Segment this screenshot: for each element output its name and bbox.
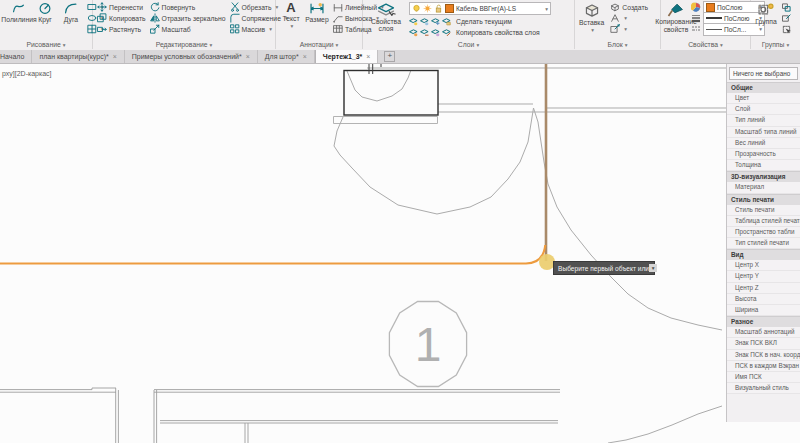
palette-property-row[interactable]: Визуальный стиль [727,383,800,394]
text-tool[interactable]: A Текст ▾ [280,2,302,29]
group-selection-toggle[interactable] [782,24,791,34]
palette-property-row[interactable]: Материал [727,182,800,193]
copy-layer-properties-button[interactable]: Копировать свойства слоя [409,27,572,37]
array-icon [230,24,240,34]
make-current-button[interactable]: Сделать текущим [409,16,572,26]
file-tab[interactable]: Примеры условных обозначений* × [125,50,258,63]
file-tab-label: Начало [0,53,24,60]
layer-walk-icon [431,28,440,37]
palette-property-row[interactable]: Тип линий [727,115,800,126]
ungroup-button[interactable] [782,2,791,12]
palette-section-header[interactable]: Общие [727,82,800,93]
create-block-button[interactable]: Создать [610,2,648,12]
palette-property-row[interactable]: Знак ПСК ВКЛ [727,338,800,349]
drawing-canvas[interactable]: 1 [0,0,800,443]
palette-property-row[interactable]: Таблица стилей печати [727,216,800,227]
palette-property-row[interactable]: Масштаб типа линий [727,127,800,138]
palette-property-row[interactable]: Вес линий [727,138,800,149]
palette-property-row[interactable]: Цвет [727,93,800,104]
tab-close-icon[interactable]: × [303,53,307,60]
palette-section-header[interactable]: 3D-визуализация [727,171,800,182]
match-properties-icon [667,2,685,17]
rotate-tool[interactable]: Повернуть [150,2,226,12]
panel-label-modify[interactable]: Редактирование▾ [93,41,275,48]
hanging-cable-curve[interactable] [334,108,722,330]
arc-icon [64,2,78,15]
panel-label-groups[interactable]: Группы▾ [751,41,800,48]
palette-section-header[interactable]: Стиль печати [727,194,800,205]
palette-property-row[interactable]: Ширина [727,305,800,316]
linetype-icon [691,24,701,34]
define-attribute-button[interactable]: ▾ [610,13,648,23]
panel-label-layers[interactable]: Слои▾ [363,41,574,48]
group-edit-button[interactable] [782,13,791,23]
block-editor-icon [610,24,620,34]
ribbon-panel-block: Вставка ▾ Создать ▾ ▾ [575,0,661,49]
circle-tool[interactable]: Круг [34,2,56,23]
palette-property-row[interactable]: Центр Y [727,271,800,282]
arc-tool[interactable]: Дуга [60,2,82,23]
ribbon-panel-properties: Копирование свойств ПоСлою ▾ [661,0,751,49]
palette-section-header[interactable]: Разное [727,316,800,327]
linetype-sample [706,29,722,30]
tab-close-icon[interactable]: × [113,53,117,60]
text-icon: A [286,2,295,14]
copy-tool[interactable]: Копировать [97,13,146,23]
block-editor-button[interactable]: ▾ [610,24,648,34]
palette-property-row[interactable]: Знак ПСК в нач. коорд [727,350,800,361]
move-tool[interactable]: Перенести [97,2,146,12]
palette-property-row[interactable]: Масштаб аннотаций [727,327,800,338]
palette-property-row[interactable]: Центр Z [727,283,800,294]
layer-properties-button[interactable]: Свойства слоя [367,2,405,32]
new-drawing-tab-button[interactable]: + [384,51,395,62]
palette-property-row[interactable]: Центр X [727,260,800,271]
ribbon-panel-groups: Группа Группы▾ [751,0,800,49]
palette-property-row[interactable]: Прозрачность [727,149,800,160]
tab-close-icon[interactable]: × [366,53,370,60]
stretch-tool[interactable]: Растянуть [97,24,146,34]
file-tab-bar: + Начало план квартиры(курс)* × Примеры … [0,50,800,64]
dimension-icon [309,2,325,15]
palette-property-row[interactable]: Пространство табли [727,227,800,238]
attribute-icon [610,13,620,23]
file-tab[interactable]: Чертеж1_3* × [315,50,379,63]
window-sill-rect[interactable] [334,117,438,124]
palette-property-row[interactable]: Высота [727,294,800,305]
file-tab[interactable]: Для штор* × [258,50,315,63]
palette-section-header[interactable]: Вид [727,249,800,260]
dimension-tool[interactable]: Размер [306,2,328,23]
insert-block-button[interactable]: Вставка ▾ [579,2,604,33]
palette-property-row[interactable]: Стиль печати [727,205,800,216]
palette-property-row[interactable]: Слой [727,104,800,115]
floor-plan-walls[interactable] [0,388,560,443]
palette-property-row[interactable]: ПСК в каждом Вэкран [727,361,800,372]
file-tab[interactable]: Начало [0,50,32,63]
layer-off-icon [409,17,418,26]
palette-property-row[interactable]: Имя ПСК [727,372,800,383]
cable-line-orange[interactable] [0,245,545,264]
group-button[interactable]: Группа [755,2,777,25]
bottom-right-curve[interactable] [608,406,722,443]
stretch-icon [97,24,107,34]
palette-property-row[interactable]: Тип стилей печати [727,238,800,249]
viewport-controls-label[interactable]: рху][2D-каркас] [2,70,52,77]
tab-close-icon[interactable]: × [246,53,250,60]
palette-property-row[interactable]: Толщина [727,160,800,171]
panel-label-annotation[interactable]: Аннотации▾ [276,41,362,48]
inner-curve[interactable] [347,70,411,101]
current-color-swatch [706,3,715,12]
ribbon-panel-modify: Перенести Копировать Растянуть Повернуть [93,0,276,49]
polyline-tool[interactable]: Полилиния [8,2,30,23]
panel-label-properties[interactable]: Свойства▾ [661,41,750,48]
match-properties-button[interactable]: Копирование свойств [665,2,687,33]
layer-dropdown[interactable]: Кабель ВВГнг(А)-LS ▾ [409,2,551,15]
file-tab[interactable]: план квартиры(курс)* × [32,50,124,63]
selection-dropdown[interactable]: Ничего не выбрано [729,67,798,80]
panel-label-draw[interactable]: Рисование▾ [0,41,92,48]
create-block-icon [610,2,620,12]
layer-freeze-icon [431,17,440,26]
panel-label-block[interactable]: Блок▾ [575,41,660,48]
scale-tool[interactable]: Масштаб [150,24,226,34]
mirror-tool[interactable]: Отразить зеркально [150,13,226,23]
ribbon-panel-draw: Отрезок Полилиния Круг Дуга ▾ [0,0,93,49]
